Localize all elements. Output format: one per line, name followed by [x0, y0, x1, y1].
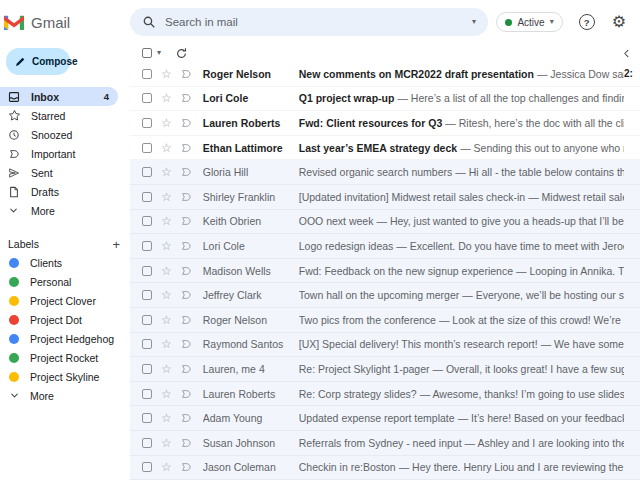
sidebar-item-inbox[interactable]: Inbox 4	[0, 87, 118, 106]
email-row[interactable]: ☆ Adam Young Updated expense report temp…	[130, 406, 640, 431]
star-icon[interactable]: ☆	[161, 142, 172, 154]
search-options-caret-icon[interactable]: ▾	[472, 18, 476, 26]
star-icon[interactable]: ☆	[161, 215, 172, 227]
email-checkbox[interactable]	[142, 93, 152, 103]
email-row[interactable]: ☆ Susan Johnson Referrals from Sydney - …	[130, 431, 640, 456]
star-icon[interactable]: ☆	[161, 265, 172, 277]
email-checkbox[interactable]	[142, 389, 152, 399]
email-checkbox[interactable]	[142, 364, 152, 374]
importance-marker-icon[interactable]	[180, 142, 192, 154]
email-row[interactable]: ☆ Keith Obrien OOO next week— Hey, just …	[130, 210, 640, 235]
email-checkbox[interactable]	[142, 216, 152, 226]
sidebar-label-project-dot[interactable]: Project Dot	[0, 310, 118, 329]
star-icon[interactable]: ☆	[161, 412, 172, 424]
sidebar-label-project-skyline[interactable]: Project Skyline	[0, 367, 118, 386]
sidebar-label-more[interactable]: More	[0, 386, 118, 405]
sidebar-item-more[interactable]: More	[0, 201, 118, 220]
email-row[interactable]: ☆ Jason Coleman Checkin in re:Boston— He…	[130, 456, 640, 480]
email-row[interactable]: ☆ Raymond Santos [UX] Special delivery! …	[130, 333, 640, 358]
star-icon[interactable]: ☆	[161, 289, 172, 301]
refresh-icon[interactable]	[175, 47, 188, 60]
sidebar-label-clients[interactable]: Clients	[0, 253, 118, 272]
help-icon[interactable]: ?	[579, 14, 595, 30]
star-icon[interactable]: ☆	[161, 166, 172, 178]
email-checkbox[interactable]	[142, 339, 152, 349]
sidebar-label-personal[interactable]: Personal	[0, 272, 118, 291]
label-color-icon	[9, 277, 19, 287]
importance-marker-icon[interactable]	[180, 265, 192, 277]
importance-marker-icon[interactable]	[180, 191, 192, 203]
sidebar-label-project-clover[interactable]: Project Clover	[0, 291, 118, 310]
importance-marker-icon[interactable]	[180, 314, 192, 326]
importance-marker-icon[interactable]	[180, 68, 192, 80]
email-checkbox[interactable]	[142, 438, 152, 448]
email-row[interactable]: ☆ Ethan Lattimore Last year’s EMEA strat…	[130, 136, 640, 161]
importance-marker-icon[interactable]	[180, 240, 192, 252]
star-icon[interactable]: ☆	[161, 240, 172, 252]
email-checkbox[interactable]	[142, 290, 152, 300]
importance-marker-icon[interactable]	[180, 388, 192, 400]
importance-marker-icon[interactable]	[180, 461, 192, 473]
email-row[interactable]: ☆ Lori Cole Q1 project wrap-up— Here’s a…	[130, 87, 640, 112]
star-icon[interactable]: ☆	[161, 461, 172, 473]
star-icon[interactable]: ☆	[161, 437, 172, 449]
gmail-logo[interactable]: Gmail	[0, 14, 130, 31]
sidebar-label-project-rocket[interactable]: Project Rocket	[0, 348, 118, 367]
newer-page-chevron-icon[interactable]	[621, 48, 632, 59]
importance-marker-icon[interactable]	[180, 437, 192, 449]
email-checkbox[interactable]	[142, 143, 152, 153]
sidebar-item-drafts[interactable]: Drafts	[0, 182, 118, 201]
email-row[interactable]: ☆ Madison Wells Fwd: Feedback on the new…	[130, 259, 640, 284]
search-bar[interactable]: ▾	[130, 8, 488, 36]
search-input[interactable]	[165, 16, 472, 28]
star-icon[interactable]: ☆	[161, 363, 172, 375]
email-row[interactable]: ☆ Lauren Roberts Re: Corp strategy slide…	[130, 382, 640, 407]
email-checkbox[interactable]	[142, 69, 152, 79]
sidebar-item-sent[interactable]: Sent	[0, 163, 118, 182]
importance-marker-icon[interactable]	[180, 412, 192, 424]
compose-button[interactable]: Compose	[6, 48, 70, 75]
gear-icon[interactable]: ⚙	[612, 14, 626, 30]
importance-marker-icon[interactable]	[180, 215, 192, 227]
email-checkbox[interactable]	[142, 462, 152, 472]
importance-marker-icon[interactable]	[180, 117, 192, 129]
add-label-button[interactable]: +	[112, 237, 122, 252]
importance-marker-icon[interactable]	[180, 363, 192, 375]
email-row[interactable]: ☆ Jeffrey Clark Town hall on the upcomin…	[130, 283, 640, 308]
star-icon[interactable]: ☆	[161, 117, 172, 129]
select-all-checkbox[interactable]	[142, 48, 152, 58]
email-row[interactable]: ☆ Roger Nelson New comments on MCR2022 d…	[130, 62, 640, 87]
email-snippet: — We have some exciting st...	[541, 338, 624, 350]
star-icon[interactable]: ☆	[161, 338, 172, 350]
email-row[interactable]: ☆ Roger Nelson Two pics from the confere…	[130, 308, 640, 333]
sidebar-label-project-hedgehog[interactable]: Project Hedgehog	[0, 329, 118, 348]
sidebar-item-starred[interactable]: Starred	[0, 106, 118, 125]
star-icon[interactable]: ☆	[161, 388, 172, 400]
select-caret-icon[interactable]: ▾	[157, 49, 161, 57]
email-checkbox[interactable]	[142, 118, 152, 128]
email-row[interactable]: ☆ Shirley Franklin [Updated invitation] …	[130, 185, 640, 210]
email-row[interactable]: ☆ Lauren Roberts Fwd: Client resources f…	[130, 111, 640, 136]
star-icon[interactable]: ☆	[161, 92, 172, 104]
status-selector[interactable]: Active ▾	[496, 12, 562, 32]
importance-marker-icon[interactable]	[180, 338, 192, 350]
email-row[interactable]: ☆ Lori Cole Logo redesign ideas— Excelle…	[130, 234, 640, 259]
star-icon[interactable]: ☆	[161, 314, 172, 326]
email-checkbox[interactable]	[142, 315, 152, 325]
star-icon[interactable]: ☆	[161, 191, 172, 203]
importance-marker-icon[interactable]	[180, 166, 192, 178]
email-checkbox[interactable]	[142, 167, 152, 177]
star-icon[interactable]: ☆	[161, 68, 172, 80]
email-sender: Jeffrey Clark	[203, 289, 299, 301]
email-row[interactable]: ☆ Gloria Hill Revised organic search num…	[130, 160, 640, 185]
email-checkbox[interactable]	[142, 266, 152, 276]
email-checkbox[interactable]	[142, 241, 152, 251]
importance-marker-icon[interactable]	[180, 92, 192, 104]
email-snippet: — Ashley and I are looking into the Sydn…	[465, 437, 624, 449]
sidebar-item-snoozed[interactable]: Snoozed	[0, 125, 118, 144]
email-checkbox[interactable]	[142, 413, 152, 423]
email-checkbox[interactable]	[142, 192, 152, 202]
importance-marker-icon[interactable]	[180, 289, 192, 301]
sidebar-item-important[interactable]: Important	[0, 144, 118, 163]
email-row[interactable]: ☆ Lauren, me4 Re: Project Skylight 1-pag…	[130, 357, 640, 382]
